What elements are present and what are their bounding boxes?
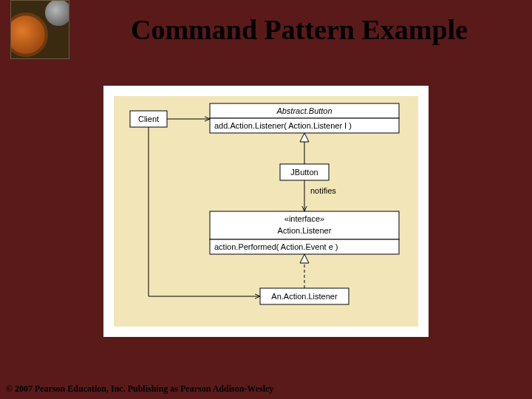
abstract-button-box: Abstract.Button add.Action.Listener( Act… bbox=[210, 103, 399, 133]
action-listener-box: «interface» Action.Listener action.Perfo… bbox=[210, 211, 399, 254]
slide: Command Pattern Example Client Abstract.… bbox=[0, 0, 532, 399]
an-action-listener-label: An.Action.Listener bbox=[271, 292, 338, 301]
gen-jbutton-abstractbutton-arrow bbox=[300, 133, 309, 142]
uml-diagram: Client Abstract.Button add.Action.Listen… bbox=[114, 96, 418, 327]
realization-arrow bbox=[300, 254, 309, 263]
action-listener-stereotype: «interface» bbox=[284, 214, 324, 223]
gear-icon bbox=[45, 0, 69, 26]
action-listener-method: action.Performed( Action.Event e ) bbox=[214, 242, 338, 251]
jbutton-label: JButton bbox=[290, 168, 318, 177]
diagram-container: Client Abstract.Button add.Action.Listen… bbox=[103, 86, 429, 337]
copyright: © 2007 Pearson Education, Inc. Publishin… bbox=[6, 383, 273, 395]
client-label: Client bbox=[138, 115, 159, 123]
gear-icon bbox=[10, 16, 45, 54]
notifies-label: notifies bbox=[310, 186, 336, 195]
diagram-svg: Client Abstract.Button add.Action.Listen… bbox=[114, 96, 418, 327]
logo bbox=[10, 0, 69, 59]
action-listener-name: Action.Listener bbox=[278, 226, 332, 235]
slide-title: Command Pattern Example bbox=[81, 13, 517, 46]
abstract-button-method: add.Action.Listener( Action.Listener I ) bbox=[214, 121, 352, 130]
abstract-button-name: Abstract.Button bbox=[276, 106, 332, 115]
